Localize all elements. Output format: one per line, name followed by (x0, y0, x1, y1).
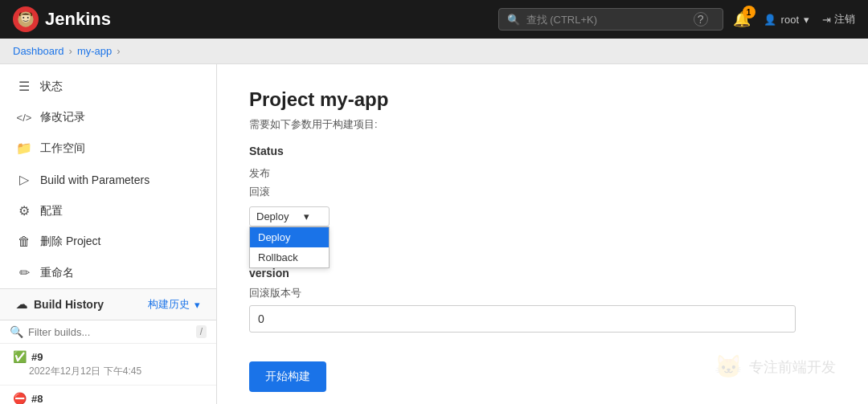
build-history-title-group: ☁ Build History (16, 298, 104, 311)
sidebar-item-build-with-params[interactable]: ▷ Build with Parameters (0, 164, 216, 195)
breadcrumb: Dashboard › my-app › (0, 39, 868, 64)
search-box[interactable]: 🔍 ? (498, 8, 723, 31)
build-fail-icon: ⛔ (13, 392, 27, 404)
status-label: Status (249, 145, 836, 157)
dropdown-current-value: Deploy (256, 210, 289, 222)
build-history-sublabel: 构建历史 (148, 297, 190, 312)
version-param-section: version 回滚版本号 (249, 267, 836, 333)
sidebar-label-changes: 修改记录 (40, 110, 85, 124)
build-date-9: 2022年12月12日 下午4:45 (13, 365, 203, 378)
logout-icon: ⇥ (822, 14, 831, 26)
config-icon: ⚙ (16, 203, 32, 218)
build-params-icon: ▷ (16, 172, 32, 187)
dropdown-chevron-icon: ▾ (304, 210, 309, 222)
dropdown-option-deploy[interactable]: Deploy (250, 227, 329, 247)
status-dropdown-container: Deploy ▾ Deploy Rollback (249, 206, 330, 226)
project-subtitle: 需要如下参数用于构建项目: (249, 117, 836, 132)
filter-shortcut: / (196, 325, 207, 338)
jenkins-title: Jenkins (45, 9, 111, 30)
user-icon: 👤 (764, 14, 776, 26)
status-icon: ☰ (16, 79, 32, 94)
sidebar-label-config: 配置 (40, 204, 63, 218)
main-layout: ☰ 状态 </> 修改记录 📁 工作空间 ▷ Build with Parame… (0, 64, 868, 404)
sidebar-label-workspace: 工作空间 (40, 141, 85, 156)
user-menu[interactable]: 👤 root ▾ (764, 14, 809, 26)
dropdown-option-rollback[interactable]: Rollback (250, 247, 329, 267)
status-dropdown-menu: Deploy Rollback (249, 226, 330, 268)
header-actions: 🔔 1 👤 root ▾ ⇥ 注销 (733, 10, 855, 28)
notification-bell[interactable]: 🔔 1 (733, 10, 751, 28)
watermark-icon: 🐱 (714, 353, 743, 380)
notification-badge: 1 (743, 6, 755, 18)
sidebar-item-status[interactable]: ☰ 状态 (0, 71, 216, 102)
version-sublabel: 回滚版本号 (249, 286, 836, 300)
user-chevron-icon: ▾ (804, 14, 809, 26)
sidebar-label-status: 状态 (40, 80, 63, 94)
build-history-header[interactable]: ☁ Build History 构建历史 ▾ (0, 288, 216, 320)
breadcrumb-sep-1: › (69, 45, 72, 57)
rename-icon: ✏ (16, 265, 32, 280)
search-input[interactable] (526, 14, 687, 26)
status-param-section: Status 发布 回滚 Deploy ▾ Deploy Rollback (249, 145, 836, 226)
status-dropdown-trigger[interactable]: Deploy ▾ (249, 206, 330, 226)
start-build-button[interactable]: 开始构建 (249, 361, 326, 392)
help-icon[interactable]: ? (694, 12, 708, 27)
filter-row: 🔍 / (0, 320, 216, 344)
sidebar-item-config[interactable]: ⚙ 配置 (0, 195, 216, 226)
sidebar-label-build-with-params: Build with Parameters (40, 173, 149, 186)
version-label: version (249, 267, 836, 280)
logout-button[interactable]: ⇥ 注销 (822, 12, 855, 27)
sidebar-label-rename: 重命名 (40, 266, 74, 280)
search-icon: 🔍 (507, 14, 520, 26)
build-history-sublabel-group: 构建历史 ▾ (148, 297, 200, 312)
changes-icon: </> (16, 112, 32, 124)
jenkins-logo-icon (13, 6, 39, 32)
workspace-icon: 📁 (16, 141, 32, 156)
svg-point-2 (23, 17, 24, 18)
delete-icon: 🗑 (16, 235, 32, 249)
username-label: root (781, 14, 799, 26)
build-history-label: Build History (34, 298, 104, 311)
main-content: Project my-app 需要如下参数用于构建项目: Status 发布 回… (217, 64, 868, 404)
breadcrumb-dashboard[interactable]: Dashboard (13, 45, 64, 57)
history-chevron-icon: ▾ (194, 299, 200, 311)
param-options: 发布 回滚 (249, 164, 836, 202)
watermark: 🐱 专注前端开发 (714, 353, 836, 380)
watermark-text: 专注前端开发 (749, 357, 836, 377)
sidebar-item-rename[interactable]: ✏ 重命名 (0, 257, 216, 288)
build-success-icon: ✅ (13, 350, 27, 363)
logout-label: 注销 (834, 12, 855, 27)
build-item-9[interactable]: ✅ #9 2022年12月12日 下午4:45 (0, 344, 216, 386)
sidebar-item-delete-project[interactable]: 🗑 删除 Project (0, 226, 216, 257)
build-number-9: #9 (31, 351, 43, 363)
option-deploy: 发布 (249, 164, 836, 182)
sidebar: ☰ 状态 </> 修改记录 📁 工作空间 ▷ Build with Parame… (0, 64, 217, 404)
build-number-8: #8 (31, 393, 43, 405)
build-item-8[interactable]: ⛔ #8 (0, 386, 216, 404)
project-title: Project my-app (249, 88, 836, 111)
sidebar-item-workspace[interactable]: 📁 工作空间 (0, 133, 216, 164)
svg-point-3 (27, 17, 29, 18)
option-rollback: 回滚 (249, 182, 836, 201)
version-input[interactable] (249, 305, 796, 333)
filter-builds-input[interactable] (28, 326, 191, 338)
sidebar-label-delete: 删除 Project (40, 235, 100, 249)
filter-search-icon: 🔍 (10, 325, 23, 338)
breadcrumb-myapp[interactable]: my-app (77, 45, 112, 57)
sidebar-item-changes[interactable]: </> 修改记录 (0, 102, 216, 133)
jenkins-logo[interactable]: Jenkins (13, 6, 111, 32)
app-header: Jenkins 🔍 ? 🔔 1 👤 root ▾ ⇥ 注销 (0, 0, 868, 39)
breadcrumb-sep-2: › (117, 45, 120, 57)
cloud-icon: ☁ (16, 298, 27, 311)
